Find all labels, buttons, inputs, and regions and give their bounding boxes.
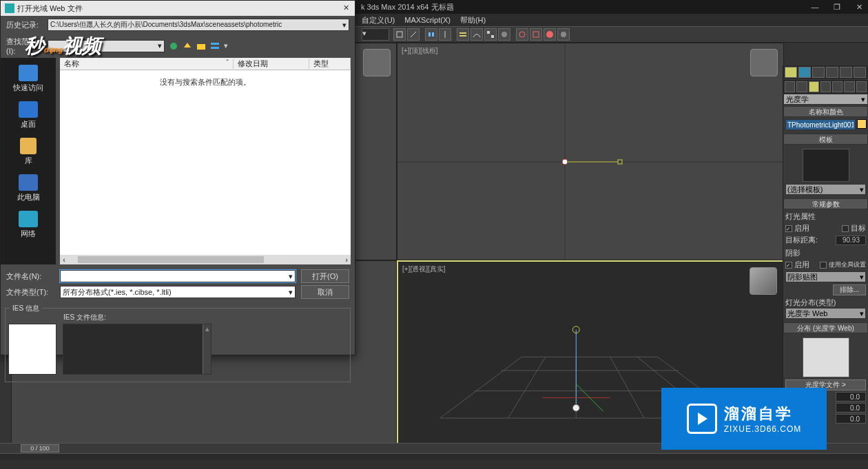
exclude-button[interactable]: 排除... (833, 284, 866, 295)
viewcube-icon[interactable] (363, 49, 391, 76)
light-props-label: 灯光属性 (785, 211, 866, 222)
curve-editor-icon[interactable] (471, 28, 483, 41)
svg-rect-5 (487, 31, 490, 34)
render-setup-icon[interactable] (516, 28, 528, 41)
svg-rect-22 (5, 3, 14, 13)
shapes-icon[interactable] (796, 81, 807, 92)
mirror-icon[interactable] (439, 28, 451, 41)
place-quick-access[interactable]: 快速访问 (6, 62, 50, 96)
filename-input[interactable]: ▾ (60, 270, 296, 282)
render-last-icon[interactable] (557, 28, 570, 41)
enable-checkbox[interactable] (785, 225, 792, 232)
systems-icon[interactable] (856, 81, 867, 92)
col-date[interactable]: 修改日期 (234, 59, 309, 69)
rollout-name-color[interactable]: 名称和颜色 (783, 106, 868, 117)
svg-rect-4 (459, 35, 466, 37)
render-icon[interactable] (544, 28, 556, 41)
rot-x-spinner[interactable] (836, 392, 866, 402)
dialog-close-button[interactable]: ✕ (341, 3, 351, 13)
distribution-label: 灯光分布(类型) (785, 298, 866, 308)
place-network[interactable]: 网络 (6, 208, 50, 242)
viewport-top-right[interactable]: [+][顶][线框] (397, 43, 784, 260)
horizontal-scrollbar[interactable]: ‹ › (60, 255, 351, 264)
viewcube-icon[interactable] (750, 267, 777, 295)
command-panel-tabs (783, 65, 868, 79)
grid-persp-icon (398, 262, 783, 469)
template-select[interactable]: (选择模板)▾ (785, 184, 866, 195)
utilities-tab-icon[interactable] (854, 67, 866, 78)
rollout-template[interactable]: 模板 (783, 134, 868, 145)
helpers-icon[interactable] (832, 81, 843, 92)
up-icon[interactable] (183, 41, 192, 51)
maximize-button[interactable]: ❐ (831, 3, 843, 12)
history-combo[interactable]: C:\Users\但愿人长久的雨小辰\Documents\3dsMax\scen… (48, 19, 349, 31)
menu-maxscript[interactable]: MAXScript(X) (404, 16, 451, 24)
shadow-type-select[interactable]: 阴影贴图▾ (785, 271, 866, 282)
web-file-button[interactable]: 光度学文件 > (785, 379, 866, 390)
ies-info-textarea[interactable]: ▴ (63, 324, 211, 375)
shadow-on-checkbox[interactable] (785, 262, 792, 269)
open-button[interactable]: 打开(O) (301, 269, 349, 283)
rot-z-spinner[interactable] (836, 414, 866, 424)
grid-icon (397, 43, 783, 260)
back-icon[interactable] (169, 41, 178, 51)
geom-icon[interactable] (785, 81, 795, 92)
target-distance-value: 90.93 (836, 236, 866, 245)
snap-toggle-icon[interactable] (393, 28, 406, 41)
time-slider-knob[interactable]: 0 / 100 (21, 444, 59, 452)
web-preview (803, 337, 849, 377)
display-tab-icon[interactable] (840, 67, 852, 78)
create-tab-icon[interactable] (785, 67, 797, 78)
time-ruler[interactable] (0, 453, 868, 460)
render-frame-icon[interactable] (530, 28, 542, 41)
file-list[interactable]: 名称 ˇ 修改日期 类型 没有与搜索条件匹配的项。 ‹ › (60, 58, 351, 264)
viewport-perspective[interactable]: [+][透视][真实] (397, 260, 784, 469)
object-name-input[interactable] (785, 119, 856, 130)
modify-tab-icon[interactable] (798, 67, 811, 78)
menu-help[interactable]: 帮助(H) (460, 15, 486, 25)
place-libraries[interactable]: 库 (6, 135, 50, 169)
close-button[interactable]: ✕ (853, 3, 865, 12)
schematic-icon[interactable] (484, 28, 497, 41)
use-global-checkbox[interactable] (820, 262, 827, 269)
hierarchy-tab-icon[interactable] (812, 67, 825, 78)
cancel-button[interactable]: 取消 (301, 285, 349, 299)
svg-point-10 (546, 31, 553, 38)
distribution-type-select[interactable]: 光度学 Web▾ (785, 308, 866, 319)
toolbar-dropdown[interactable]: ▾ (362, 28, 389, 41)
ies-info-group: IES 信息 IES 文件信息: ▴ (5, 308, 351, 382)
time-slider[interactable]: 0 / 100 (0, 444, 868, 453)
filetype-combo[interactable]: 所有分布格式(*.ies, *.cibse, *.ltli)▾ (60, 286, 296, 298)
rot-y-spinner[interactable] (836, 403, 866, 413)
rollout-general[interactable]: 常规参数 (783, 198, 868, 209)
svg-rect-26 (211, 47, 219, 49)
align-icon[interactable] (425, 28, 437, 41)
lights-icon[interactable] (809, 81, 819, 92)
layer-manager-icon[interactable] (457, 28, 469, 41)
view-menu-icon[interactable] (210, 41, 220, 51)
viewcube-icon[interactable] (750, 49, 778, 76)
template-preview (803, 149, 849, 182)
scrollbar-thumb[interactable] (78, 256, 264, 263)
svg-rect-6 (491, 35, 494, 38)
motion-tab-icon[interactable] (826, 67, 838, 78)
place-this-pc[interactable]: 此电脑 (6, 171, 50, 205)
history-label: 历史记录: (6, 20, 43, 30)
new-folder-icon[interactable] (196, 41, 206, 51)
space-warps-icon[interactable] (844, 81, 854, 92)
col-name[interactable]: 名称 ˇ (60, 59, 234, 69)
target-checkbox[interactable] (842, 225, 849, 232)
menu-customize[interactable]: 自定义(U) (362, 15, 395, 25)
material-editor-icon[interactable] (498, 28, 510, 41)
category-dropdown[interactable]: 光度学▾ (783, 94, 868, 105)
look-in-combo[interactable]: ▾ (48, 40, 165, 52)
minimize-button[interactable]: — (809, 3, 821, 12)
rollout-distribution[interactable]: 分布 (光度学 Web) (783, 322, 868, 333)
color-swatch[interactable] (857, 119, 867, 129)
cameras-icon[interactable] (820, 81, 831, 92)
col-type[interactable]: 类型 (309, 59, 351, 69)
ies-info-scrollbar[interactable]: ▴ (203, 324, 211, 374)
view-menu-arrow-icon[interactable]: ▾ (224, 41, 228, 50)
angle-snap-icon[interactable] (407, 28, 420, 41)
place-desktop[interactable]: 桌面 (6, 98, 50, 132)
